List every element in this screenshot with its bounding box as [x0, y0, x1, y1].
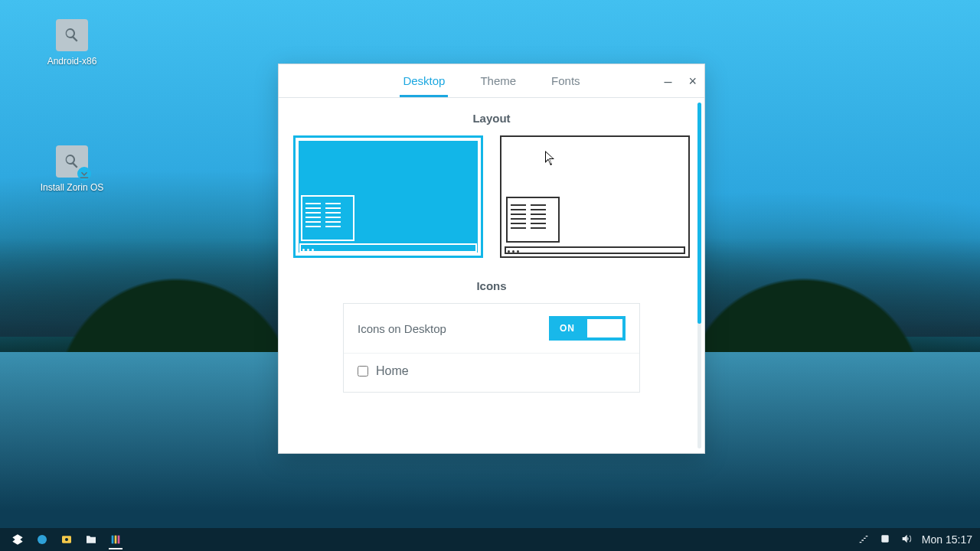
layout-option-alt[interactable] [500, 135, 690, 258]
svg-point-3 [65, 538, 68, 541]
updates-icon[interactable] [879, 533, 891, 547]
desktop-icon-label: Install Zorin OS [34, 182, 110, 193]
taskbar-clock[interactable]: Mon 15:17 [922, 533, 972, 546]
magnify-icon [56, 19, 88, 51]
close-button[interactable]: × [688, 74, 697, 88]
taskbar-photos-button[interactable] [57, 530, 77, 549]
tab-theme[interactable]: Theme [477, 65, 519, 97]
svg-rect-7 [881, 535, 888, 542]
layout-option-classic[interactable] [293, 135, 483, 258]
appearance-settings-window: Desktop Theme Fonts – × Layout [278, 64, 705, 454]
taskbar-browser-button[interactable] [32, 530, 52, 549]
icons-on-desktop-label: Icons on Desktop [358, 322, 446, 335]
taskbar-files-button[interactable] [81, 530, 101, 549]
desktop-icon-android-x86[interactable]: Android-x86 [38, 19, 106, 67]
start-menu-button[interactable] [8, 530, 28, 549]
icons-section-label: Icons [291, 279, 692, 292]
home-checkbox-label: Home [376, 364, 409, 378]
layout-section-label: Layout [291, 112, 692, 125]
svg-rect-6 [118, 536, 120, 544]
window-titlebar[interactable]: Desktop Theme Fonts – × [279, 64, 704, 98]
volume-icon[interactable] [900, 533, 913, 547]
content-scrollbar[interactable] [697, 103, 701, 448]
network-icon[interactable] [858, 533, 870, 547]
toggle-knob [587, 319, 622, 337]
svg-rect-5 [115, 536, 117, 544]
tab-desktop[interactable]: Desktop [400, 65, 448, 97]
home-checkbox[interactable] [358, 366, 368, 377]
download-badge-icon [77, 167, 91, 181]
mouse-cursor-icon [545, 151, 556, 166]
icons-on-desktop-toggle[interactable]: ON [549, 316, 626, 341]
svg-point-1 [40, 537, 44, 541]
magnify-icon [56, 145, 88, 178]
window-content: Layout [279, 98, 704, 453]
tab-bar: Desktop Theme Fonts [400, 65, 583, 97]
toggle-state-label: ON [560, 323, 575, 334]
taskbar-appearance-button[interactable] [106, 530, 126, 549]
svg-rect-4 [112, 536, 114, 544]
icons-panel: Icons on Desktop ON Home [343, 303, 640, 393]
desktop-icon-install-zorin[interactable]: Install Zorin OS [34, 145, 110, 193]
desktop-icon-label: Android-x86 [38, 56, 106, 67]
home-icon-checkbox-row[interactable]: Home [344, 354, 639, 392]
tab-fonts[interactable]: Fonts [548, 65, 583, 97]
taskbar-active-indicator [109, 548, 122, 549]
taskbar: Mon 15:17 [0, 528, 980, 551]
scrollbar-thumb[interactable] [697, 103, 701, 324]
minimize-button[interactable]: – [664, 74, 671, 88]
